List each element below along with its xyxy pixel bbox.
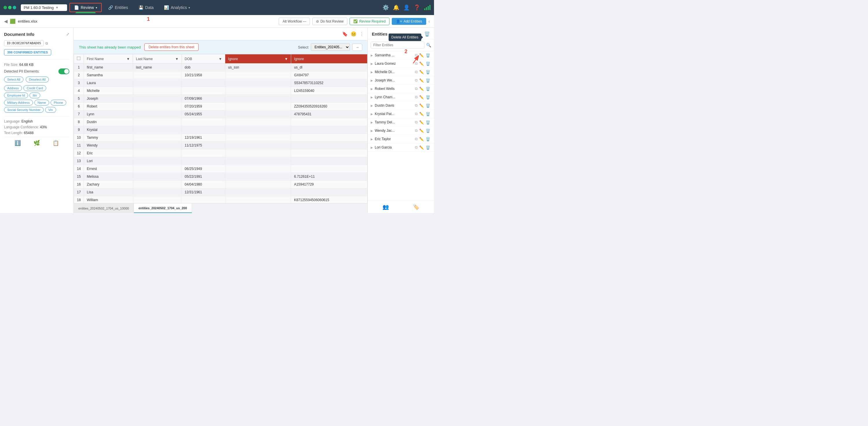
- entity-delete-icon[interactable]: 🗑️: [425, 137, 431, 141]
- entity-delete-icon[interactable]: 🗑️: [425, 78, 431, 83]
- nav-collapse-button[interactable]: ‹: [429, 19, 430, 24]
- entity-edit-icon[interactable]: ✏️: [418, 95, 425, 99]
- deselect-all-button[interactable]: Deselect All: [26, 76, 49, 83]
- entity-edit-icon[interactable]: ✏️: [418, 120, 425, 125]
- entity-delete-icon[interactable]: 🗑️: [425, 112, 431, 116]
- entity-edit-icon[interactable]: ✏️: [418, 70, 425, 74]
- entity-delete-icon[interactable]: 🗑️: [425, 129, 431, 133]
- review-required-button[interactable]: ✅ Review Required: [349, 18, 389, 25]
- delete-all-icon[interactable]: 🗑️: [424, 32, 430, 36]
- add-entities-button[interactable]: 👤+ Add Entities: [392, 18, 426, 25]
- list-item[interactable]: ▶ Michelle Di... ⧉ ✏️ 🗑️: [368, 68, 434, 76]
- entity-edit-icon[interactable]: ✏️: [418, 129, 425, 133]
- alt-workflow-button[interactable]: Alt Workflow ---: [279, 18, 310, 25]
- list-item[interactable]: ▶ Samantha ... ⧉ ✏️ 🗑️: [368, 51, 434, 60]
- entity-delete-icon[interactable]: 🗑️: [425, 87, 431, 91]
- nav-tab-analytics[interactable]: 📊 Analytics ▾: [160, 3, 194, 11]
- entity-copy-icon[interactable]: ⧉: [414, 111, 418, 116]
- list-item[interactable]: ▶ Wendy Jac... ⧉ ✏️ 🗑️: [368, 127, 434, 135]
- list-item[interactable]: ▶ Krystal Pat... ⧉ ✏️ 🗑️: [368, 110, 434, 118]
- list-item[interactable]: ▶ Tammy Del... ⧉ ✏️ 🗑️: [368, 118, 434, 127]
- col4-cell: ████████████: [225, 118, 291, 126]
- list-item[interactable]: ▶ Joseph We... ⧉ ✏️ 🗑️: [368, 76, 434, 85]
- expand-icon[interactable]: ⤢: [66, 32, 69, 36]
- entity-edit-icon[interactable]: ✏️: [418, 145, 425, 150]
- back-button[interactable]: ◀: [4, 19, 7, 24]
- nav-tab-review[interactable]: 📄 Review ▾: [69, 3, 102, 12]
- entity-edit-icon[interactable]: ✏️: [418, 103, 425, 108]
- do-not-review-button[interactable]: ⊘ Do Not Review: [312, 18, 347, 25]
- entity-select-dropdown[interactable]: Entities_202405...: [311, 43, 350, 51]
- entity-copy-icon[interactable]: ⧉: [414, 70, 418, 74]
- search-icon[interactable]: 🔍: [426, 43, 431, 47]
- entity-delete-icon[interactable]: 🗑️: [425, 120, 431, 125]
- pii-tag-name[interactable]: Name: [34, 100, 49, 105]
- pii-tag-itin[interactable]: Itin: [30, 93, 40, 98]
- bookmark-toolbar-icon[interactable]: 🔖: [342, 31, 348, 37]
- more-toolbar-icon[interactable]: ⋮: [360, 31, 364, 37]
- entity-copy-icon[interactable]: ⧉: [414, 120, 418, 125]
- nav-tab-data[interactable]: 💾 Data: [134, 3, 158, 11]
- first-name-sort-icon[interactable]: ▼: [126, 57, 130, 61]
- dob-sort-icon[interactable]: ▼: [219, 57, 222, 61]
- entity-delete-icon[interactable]: 🗑️: [425, 145, 431, 150]
- entity-delete-icon[interactable]: 🗑️: [425, 70, 431, 74]
- pii-tag-vin[interactable]: Vin: [45, 107, 56, 113]
- entity-copy-icon[interactable]: ⧉: [414, 61, 418, 66]
- bell-icon[interactable]: 🔔: [393, 4, 399, 11]
- pii-tag-employee-id[interactable]: Employee Id: [4, 93, 28, 98]
- pii-tag-credit-card[interactable]: Credit Card: [24, 85, 46, 91]
- list-item[interactable]: ▶ Robert Wells ⧉ ✏️ 🗑️: [368, 85, 434, 93]
- list-item[interactable]: ▶ Laura Gomez ⧉ ✏️ 🗑️: [368, 60, 434, 68]
- entity-edit-icon[interactable]: ✏️: [418, 53, 425, 58]
- tree-icon[interactable]: 🌿: [34, 140, 40, 146]
- last-name-sort-icon[interactable]: ▼: [175, 57, 179, 61]
- entity-copy-icon[interactable]: ⧉: [414, 87, 418, 91]
- user-icon[interactable]: 👤: [403, 4, 410, 11]
- sheet-tab-1[interactable]: entities_20240502_1704_us_10000: [74, 203, 134, 213]
- list-item[interactable]: ▶ Eric Taylor ⧉ ✏️ 🗑️: [368, 135, 434, 143]
- add-entity-icon[interactable]: 👥: [382, 204, 389, 210]
- language-label: Language:: [4, 119, 21, 123]
- entity-copy-icon[interactable]: ⧉: [414, 95, 418, 99]
- question-icon[interactable]: ❓: [414, 4, 420, 11]
- entity-delete-icon[interactable]: 🗑️: [425, 103, 431, 108]
- entity-edit-icon[interactable]: ✏️: [418, 87, 425, 91]
- copy-icon[interactable]: ⧉: [45, 41, 48, 45]
- entity-edit-icon[interactable]: ✏️: [418, 78, 425, 83]
- nav-tab-entities[interactable]: 🔗 Entities: [104, 3, 132, 11]
- delete-entities-button[interactable]: Delete entities from this sheet: [144, 43, 199, 51]
- filter-entities-input[interactable]: [371, 42, 425, 48]
- pii-tag-ssn[interactable]: Social Security Number: [4, 107, 44, 113]
- workspace-selector[interactable]: PM 1.60.0 Testing ▼: [21, 4, 67, 11]
- entity-edit-icon[interactable]: ✏️: [418, 137, 425, 141]
- pii-tag-phone[interactable]: Phone: [51, 100, 66, 105]
- entity-copy-icon[interactable]: ⧉: [414, 137, 418, 141]
- emoji-toolbar-icon[interactable]: 😐: [351, 31, 356, 37]
- entity-edit-icon[interactable]: ✏️: [418, 112, 425, 116]
- entity-copy-icon[interactable]: ⧉: [414, 78, 418, 83]
- pii-toggle[interactable]: [58, 68, 69, 74]
- entity-delete-icon[interactable]: 🗑️: [425, 53, 431, 58]
- pii-tag-military-address[interactable]: Military Address: [4, 100, 33, 105]
- entity-delete-icon[interactable]: 🗑️: [425, 95, 431, 99]
- pii-tag-address[interactable]: Address: [4, 85, 22, 91]
- sheet-tab-2[interactable]: entities_20240502_1704_us_200: [134, 203, 192, 213]
- gear-icon[interactable]: ⚙️: [382, 4, 389, 11]
- list-item[interactable]: ▶ Lynn Cham... ⧉ ✏️ 🗑️: [368, 93, 434, 101]
- ignore-1-dropdown-icon[interactable]: ▼: [284, 57, 288, 61]
- next-arrow-button[interactable]: →: [352, 44, 362, 51]
- entity-delete-icon[interactable]: 🗑️: [425, 62, 431, 66]
- entity-copy-icon[interactable]: ⧉: [414, 103, 418, 108]
- entity-copy-icon[interactable]: ⧉: [414, 128, 418, 133]
- entity-copy-icon[interactable]: ⧉: [414, 53, 418, 58]
- calendar-icon[interactable]: 📋: [53, 140, 59, 146]
- tag-icon[interactable]: 🏷️: [413, 204, 419, 210]
- entity-edit-icon[interactable]: ✏️: [418, 62, 425, 66]
- select-all-button[interactable]: Select All: [4, 76, 24, 83]
- list-item[interactable]: ▶ Dustin Davis ⧉ ✏️ 🗑️: [368, 101, 434, 110]
- col4-cell: ████████████: [225, 157, 291, 165]
- info-circle-icon[interactable]: ℹ️: [14, 140, 21, 146]
- list-item[interactable]: ▶ Lori Garcia ⧉ ✏️ 🗑️: [368, 143, 434, 152]
- entity-copy-icon[interactable]: ⧉: [414, 145, 418, 150]
